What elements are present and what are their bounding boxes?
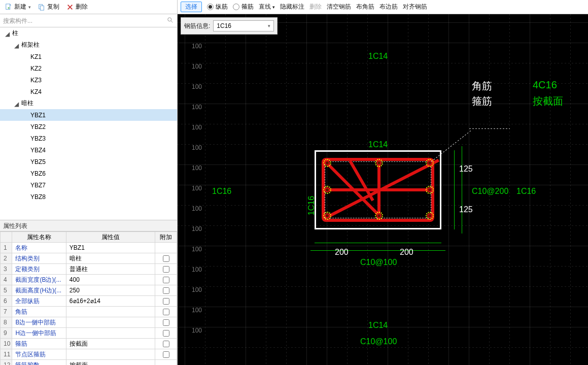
property-row[interactable]: 9H边一侧中部筋 <box>1 328 177 339</box>
corner-rebar[interactable]: 布角筋 <box>356 3 374 11</box>
copy-button[interactable]: 复制 <box>35 2 62 13</box>
property-table[interactable]: 属性名称 属性值 附加 1名称YBZ12结构类别暗柱3定额类别普通柱4截面宽度(… <box>0 231 177 365</box>
property-row[interactable]: 2结构类别暗柱 <box>1 253 177 264</box>
property-row[interactable]: 4截面宽度(B边)(...400 <box>1 275 177 285</box>
label-1c16-left: 1C16 <box>212 187 231 196</box>
property-row[interactable]: 10箍筋按截面 <box>1 339 177 349</box>
rebar-info-combo[interactable]: 1C16 ▾ <box>213 20 274 31</box>
prop-value[interactable]: 普通柱 <box>66 264 155 275</box>
prop-value[interactable]: 400 <box>66 275 155 285</box>
tree-item[interactable]: YBZ5 <box>0 156 177 168</box>
label-125a: 125 <box>459 164 473 174</box>
extra-checkbox[interactable] <box>163 277 169 283</box>
rebar-dot[interactable] <box>325 213 330 218</box>
property-row[interactable]: 5截面高度(H边)(...250 <box>1 285 177 296</box>
side-rebar[interactable]: 布边筋 <box>379 3 398 11</box>
rebar-dot[interactable] <box>376 213 382 218</box>
row-index: 6 <box>1 296 12 307</box>
prop-value[interactable] <box>66 307 155 317</box>
prop-extra[interactable] <box>155 307 177 317</box>
search-input[interactable] <box>0 15 177 27</box>
extra-checkbox[interactable] <box>163 287 169 294</box>
search-icon[interactable] <box>167 17 174 24</box>
legend-corner: 角筋 <box>472 79 492 93</box>
label-1c14-far: 1C14 <box>368 321 388 330</box>
delete-tool[interactable]: 删除 <box>309 3 322 11</box>
clear-rebar[interactable]: 清空钢筋 <box>327 3 351 11</box>
new-button[interactable]: 新建 ▾ <box>2 2 34 13</box>
prop-value[interactable]: 6⌀16+2⌀14 <box>66 296 155 307</box>
property-row[interactable]: 8B边一侧中部筋 <box>1 317 177 328</box>
prop-extra[interactable] <box>155 339 177 349</box>
tree-item[interactable]: YBZ1 <box>0 109 177 121</box>
label-200a: 200 <box>335 248 349 257</box>
prop-extra[interactable] <box>155 285 177 296</box>
col-value: 属性值 <box>66 232 155 243</box>
tree-item[interactable]: KZ3 <box>0 74 177 86</box>
prop-value[interactable]: 250 <box>66 285 155 296</box>
align-rebar[interactable]: 对齐钢筋 <box>403 3 427 11</box>
tree-item[interactable]: KZ1 <box>0 51 177 62</box>
prop-value[interactable] <box>66 349 155 360</box>
tree-item[interactable]: YBZ4 <box>0 144 177 156</box>
prop-extra[interactable] <box>155 243 177 253</box>
line-tool[interactable]: 直线 ▾ <box>259 3 275 11</box>
rebar-dot[interactable] <box>376 160 382 165</box>
tree-item[interactable]: YBZ8 <box>0 191 177 203</box>
prop-extra[interactable] <box>155 360 177 366</box>
extra-checkbox[interactable] <box>163 309 169 315</box>
row-index: 5 <box>1 285 12 296</box>
tree-node-root[interactable]: ◢柱 <box>0 27 177 39</box>
prop-value[interactable]: YBZ1 <box>66 243 155 253</box>
delete-button[interactable]: 删除 <box>63 2 91 13</box>
prop-extra[interactable] <box>155 317 177 328</box>
tree-item[interactable]: KZ4 <box>0 86 177 97</box>
ruler-tick: 100 <box>192 83 202 90</box>
drawing-viewport[interactable]: 1001001001001001001001001001001001001001… <box>178 14 588 365</box>
property-row[interactable]: 7角筋 <box>1 307 177 317</box>
extra-checkbox[interactable] <box>163 255 169 262</box>
extra-checkbox[interactable] <box>163 351 169 358</box>
tree-group[interactable]: ◢框架柱 <box>0 39 177 51</box>
prop-value[interactable]: 按截面 <box>66 360 155 366</box>
legend-stirrup: 箍筋 <box>472 94 492 108</box>
prop-value[interactable] <box>66 328 155 339</box>
prop-extra[interactable] <box>155 275 177 285</box>
tree-item[interactable]: YBZ7 <box>0 179 177 191</box>
property-row[interactable]: 12箍筋胶数按截面 <box>1 360 177 366</box>
prop-name: 定额类别 <box>12 264 66 275</box>
component-tree[interactable]: ◢柱 ◢框架柱KZ1KZ2KZ3KZ4◢暗柱YBZ1YBZ2YBZ3YBZ4YB… <box>0 27 177 220</box>
prop-value[interactable]: 暗柱 <box>66 253 155 264</box>
rebar-dot[interactable] <box>427 213 432 218</box>
extra-checkbox[interactable] <box>163 266 169 273</box>
rebar-dot[interactable] <box>427 187 432 192</box>
radio-stirrup[interactable]: 箍筋 <box>233 3 254 11</box>
tree-item[interactable]: YBZ3 <box>0 132 177 144</box>
property-row[interactable]: 3定额类别普通柱 <box>1 264 177 275</box>
property-row[interactable]: 1名称YBZ1 <box>1 243 177 253</box>
rebar-dot[interactable] <box>325 160 330 165</box>
tree-item[interactable]: YBZ6 <box>0 168 177 179</box>
property-row[interactable]: 11节点区箍筋 <box>1 349 177 360</box>
prop-value[interactable] <box>66 317 155 328</box>
prop-value[interactable]: 按截面 <box>66 339 155 349</box>
prop-extra[interactable] <box>155 264 177 275</box>
prop-extra[interactable] <box>155 349 177 360</box>
label-125b: 125 <box>459 205 473 214</box>
tree-group[interactable]: ◢暗柱 <box>0 97 177 109</box>
prop-extra[interactable] <box>155 328 177 339</box>
rebar-dot[interactable] <box>325 187 330 192</box>
prop-extra[interactable] <box>155 253 177 264</box>
extra-checkbox[interactable] <box>163 341 169 347</box>
radio-longitudinal[interactable]: 纵筋 <box>207 3 228 11</box>
select-mode-button[interactable]: 选择 <box>181 2 202 12</box>
prop-extra[interactable] <box>155 296 177 307</box>
property-row[interactable]: 6全部纵筋6⌀16+2⌀14 <box>1 296 177 307</box>
extra-checkbox[interactable] <box>163 330 169 337</box>
tree-item[interactable]: YBZ2 <box>0 121 177 132</box>
tree-item[interactable]: KZ2 <box>0 62 177 74</box>
extra-checkbox[interactable] <box>163 298 169 305</box>
ruler-tick: 100 <box>192 225 202 233</box>
hide-annotation[interactable]: 隐藏标注 <box>280 3 304 11</box>
extra-checkbox[interactable] <box>163 319 169 326</box>
